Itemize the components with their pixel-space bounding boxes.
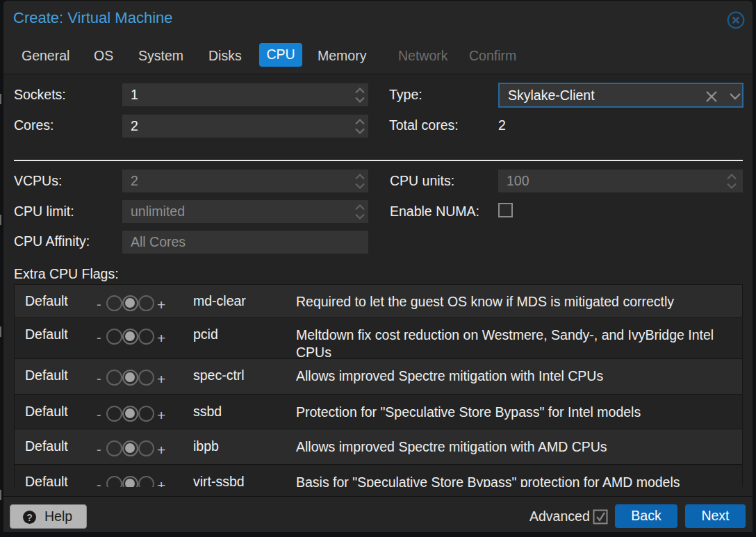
svg-text:?: ?: [26, 512, 33, 523]
